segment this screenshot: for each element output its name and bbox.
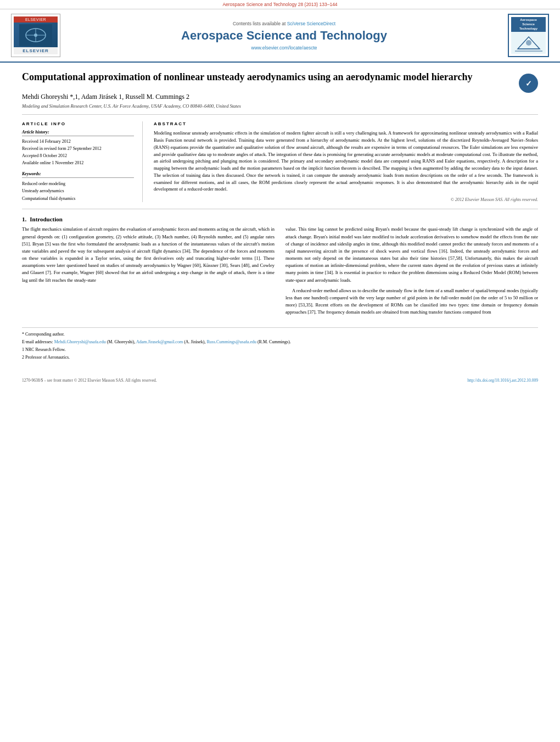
issn-text: 1270-9638/$ – see front matter © 2012 El…	[22, 378, 157, 383]
journal-top-bar: Aerospace Science and Technology 28 (201…	[0, 0, 560, 9]
keyword-1: Reduced order modeling	[22, 180, 134, 188]
intro-p1: The flight mechanics simulation of aircr…	[22, 226, 275, 283]
journal-logo-right: Aerospace Science Technology	[508, 14, 549, 57]
intro-p2: value. This time lag cannot be predicted…	[285, 226, 538, 283]
copyright-line: © 2012 Elsevier Masson SAS. All rights r…	[154, 197, 538, 202]
journal-title-area: Contents lists available at SciVerse Sci…	[66, 21, 502, 51]
intro-p3: A reduced-order method allows us to desc…	[285, 287, 538, 316]
affiliation: Modeling and Simulation Research Center,…	[22, 103, 538, 115]
elsevier-wordmark: ELSEVIER	[14, 47, 58, 54]
journal-header: ELSEVIER ELSEVIER Contents lists availab…	[0, 9, 560, 63]
keywords-section: Keywords: Reduced order modeling Unstead…	[22, 171, 134, 203]
paper-title: Computational approximation of nonlinear…	[22, 71, 513, 83]
email-link-2[interactable]: Adam.Jirasek@gmail.com	[136, 339, 184, 344]
abstract-panel: ABSTRACT Modeling nonlinear unsteady aer…	[154, 121, 538, 202]
article-info-heading: ARTICLE INFO	[22, 121, 134, 126]
body-col-right: value. This time lag cannot be predicted…	[285, 226, 538, 319]
keyword-2: Unsteady aerodynamics	[22, 187, 134, 195]
accepted-date: Accepted 8 October 2012	[22, 153, 134, 160]
keywords-label: Keywords:	[22, 171, 134, 178]
paper-content: Computational approximation of nonlinear…	[0, 63, 560, 370]
keyword-3: Computational fluid dynamics	[22, 195, 134, 203]
sciverse-text: Contents lists available at SciVerse Sci…	[66, 21, 502, 26]
crossmark-icon: ✓	[519, 74, 538, 93]
keywords-list: Reduced order modeling Unsteady aerodyna…	[22, 180, 134, 203]
section-number: 1.	[22, 216, 26, 222]
journal-logo-title: Aerospace Science Technology	[511, 17, 546, 32]
body-col-left: The flight mechanics simulation of aircr…	[22, 226, 275, 319]
abstract-heading: ABSTRACT	[154, 121, 538, 126]
article-info-abstract: ARTICLE INFO Article history: Received 1…	[22, 121, 538, 209]
email-link-1[interactable]: Mehdi.Ghoreyshi@usafa.edu	[54, 339, 107, 344]
available-date: Available online 1 November 2012	[22, 160, 134, 167]
elsevier-logo-img	[14, 23, 58, 47]
bottom-bar: 1270-9638/$ – see front matter © 2012 El…	[0, 376, 560, 385]
title-area: Computational approximation of nonlinear…	[22, 71, 538, 93]
revised-date: Received in revised form 27 September 20…	[22, 146, 134, 153]
footnote-star: * Corresponding author.	[22, 331, 538, 338]
elsevier-logo: ELSEVIER ELSEVIER	[11, 14, 60, 57]
section-label-text: Introduction	[30, 216, 63, 222]
footnote-2: 2 Professor of Aeronautics.	[22, 354, 538, 361]
received-date: Received 14 February 2012	[22, 138, 134, 146]
doi-link[interactable]: http://dx.doi.org/10.1016/j.ast.2012.10.…	[467, 378, 538, 383]
journal-logo-img	[511, 32, 546, 54]
authors: Mehdi Ghoreyshi *,1, Adam Jirásek 1, Rus…	[22, 93, 538, 101]
article-history-label: Article history:	[22, 130, 134, 136]
footnotes-area: * Corresponding author. E-mail addresses…	[22, 327, 538, 361]
footnote-1: 1 NRC Research Fellow.	[22, 347, 538, 353]
article-info-panel: ARTICLE INFO Article history: Received 1…	[22, 121, 143, 202]
elsevier-logo-top: ELSEVIER	[14, 16, 58, 23]
svg-point-4	[34, 34, 37, 37]
email-link-3[interactable]: Russ.Cummings@usafa.edu	[206, 339, 257, 344]
abstract-text: Modeling nonlinear unsteady aerodynamic …	[154, 130, 538, 193]
journal-url: www.elsevier.com/locate/aescte	[66, 45, 502, 51]
svg-point-7	[526, 40, 531, 46]
journal-citation: Aerospace Science and Technology 28 (201…	[222, 2, 337, 7]
journal-title: Aerospace Science and Technology	[66, 29, 502, 43]
sciverse-link[interactable]: SciVerse ScienceDirect	[287, 21, 335, 26]
body-two-col: The flight mechanics simulation of aircr…	[22, 226, 538, 319]
footnote-emails: E-mail addresses: Mehdi.Ghoreyshi@usafa.…	[22, 339, 538, 345]
section-1-area: 1. Introduction The flight mechanics sim…	[22, 216, 538, 319]
article-history: Article history: Received 14 February 20…	[22, 130, 134, 166]
section-1-title: 1. Introduction	[22, 216, 538, 222]
